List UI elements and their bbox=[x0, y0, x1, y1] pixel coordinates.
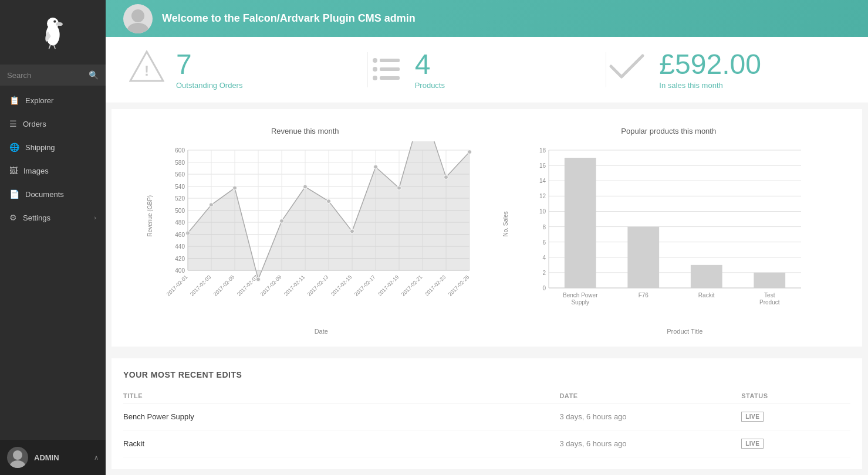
table-row: Bench Power Supply 3 days, 6 hours ago L… bbox=[123, 403, 850, 430]
stat-sales-label: In sales this month bbox=[659, 81, 761, 90]
svg-text:420: 420 bbox=[175, 256, 185, 262]
svg-rect-103 bbox=[627, 227, 659, 288]
svg-text:14: 14 bbox=[539, 178, 546, 184]
svg-text:Supply: Supply bbox=[571, 299, 589, 306]
svg-point-77 bbox=[468, 150, 472, 154]
svg-text:6: 6 bbox=[542, 239, 546, 246]
svg-text:2017-02-13: 2017-02-13 bbox=[306, 274, 330, 297]
admin-bar[interactable]: ADMIN ∧ bbox=[0, 440, 106, 475]
svg-point-5 bbox=[13, 450, 22, 460]
revenue-x-label: Date bbox=[161, 328, 481, 335]
status-badge: LIVE bbox=[741, 412, 764, 422]
sidebar-item-explorer[interactable]: 📋 Explorer bbox=[0, 89, 106, 112]
stat-products: 4 Products bbox=[368, 49, 606, 91]
svg-text:2017-02-23: 2017-02-23 bbox=[424, 274, 447, 297]
shipping-icon: 🌐 bbox=[9, 142, 19, 152]
logo-area bbox=[0, 0, 106, 65]
svg-point-66 bbox=[210, 203, 214, 207]
col-status: STATUS bbox=[741, 389, 850, 403]
svg-text:2017-02-21: 2017-02-21 bbox=[400, 274, 424, 297]
svg-text:560: 560 bbox=[175, 171, 185, 178]
bird-logo bbox=[38, 12, 67, 53]
svg-point-13 bbox=[373, 67, 377, 72]
popular-chart-title: Popular products this month bbox=[493, 127, 845, 135]
recent-edits-section: YOUR MOST RECENT EDITS TITLE DATE STATUS… bbox=[112, 358, 862, 469]
admin-name: ADMIN bbox=[34, 453, 88, 462]
svg-text:Rackit: Rackit bbox=[698, 292, 714, 298]
col-title: TITLE bbox=[123, 389, 559, 403]
stat-sales-info: £592.00 In sales this month bbox=[659, 50, 761, 90]
recent-edits-title: YOUR MOST RECENT EDITS bbox=[123, 370, 850, 379]
svg-text:580: 580 bbox=[175, 160, 185, 166]
stat-products-label: Products bbox=[415, 81, 445, 90]
svg-text:Product: Product bbox=[759, 299, 780, 306]
sidebar-item-settings-label: Settings bbox=[23, 213, 50, 222]
svg-point-72 bbox=[350, 229, 354, 233]
svg-text:!: ! bbox=[144, 63, 149, 79]
svg-point-69 bbox=[280, 219, 284, 223]
sidebar-item-settings[interactable]: ⚙ Settings › bbox=[0, 206, 106, 229]
charts-area: Revenue this month Revenue (GBP) 4004204… bbox=[112, 109, 862, 347]
svg-text:2017-02-01: 2017-02-01 bbox=[166, 274, 189, 297]
svg-text:460: 460 bbox=[175, 232, 185, 238]
documents-icon: 📄 bbox=[9, 189, 19, 199]
stat-products-info: 4 Products bbox=[415, 50, 445, 90]
svg-point-2 bbox=[53, 21, 56, 23]
svg-text:F76: F76 bbox=[638, 292, 649, 298]
svg-text:Test: Test bbox=[764, 292, 775, 298]
welcome-text: Welcome to the Falcon/Ardvark Plugin CMS… bbox=[162, 12, 416, 25]
svg-text:2017-02-07: 2017-02-07 bbox=[236, 274, 259, 297]
search-button[interactable]: 🔍 bbox=[89, 70, 99, 80]
svg-text:540: 540 bbox=[175, 184, 185, 190]
svg-line-4 bbox=[54, 45, 56, 49]
main-content: Welcome to the Falcon/Ardvark Plugin CMS… bbox=[106, 0, 868, 475]
stat-sales: £592.00 In sales this month bbox=[606, 49, 845, 91]
search-area: 🔍 bbox=[0, 65, 106, 86]
stat-orders-number: 7 bbox=[176, 50, 242, 79]
avatar bbox=[7, 447, 28, 468]
popular-x-label: Product Title bbox=[525, 328, 845, 335]
svg-text:520: 520 bbox=[175, 195, 185, 202]
svg-point-67 bbox=[233, 186, 237, 190]
col-date: DATE bbox=[559, 389, 741, 403]
sidebar-nav: 📋 Explorer ☰ Orders 🌐 Shipping 🖼 Images … bbox=[0, 89, 106, 229]
svg-point-8 bbox=[127, 23, 148, 33]
svg-text:400: 400 bbox=[175, 267, 185, 274]
svg-point-74 bbox=[397, 186, 401, 190]
svg-text:2017-02-05: 2017-02-05 bbox=[212, 274, 236, 297]
stat-sales-number: £592.00 bbox=[659, 50, 761, 79]
row-date: 3 days, 6 hours ago bbox=[559, 403, 741, 430]
row-status: LIVE bbox=[741, 430, 850, 457]
stat-orders-label: Outstanding Orders bbox=[176, 81, 242, 90]
svg-text:500: 500 bbox=[175, 208, 185, 214]
edits-table-header: TITLE DATE STATUS bbox=[123, 389, 850, 403]
popular-y-label: No. Sales bbox=[502, 211, 509, 236]
svg-text:Bench Power: Bench Power bbox=[563, 292, 598, 298]
svg-text:2017-02-26: 2017-02-26 bbox=[447, 274, 471, 297]
sidebar-item-orders[interactable]: ☰ Orders bbox=[0, 112, 106, 135]
svg-text:2017-02-17: 2017-02-17 bbox=[353, 274, 377, 297]
svg-text:600: 600 bbox=[175, 147, 185, 154]
row-title: Bench Power Supply bbox=[123, 403, 559, 430]
svg-text:2017-02-11: 2017-02-11 bbox=[283, 274, 306, 297]
svg-rect-14 bbox=[380, 67, 400, 71]
sidebar-item-images[interactable]: 🖼 Images bbox=[0, 159, 106, 182]
svg-point-71 bbox=[327, 199, 331, 203]
header-banner: Welcome to the Falcon/Ardvark Plugin CMS… bbox=[106, 0, 868, 37]
row-date: 3 days, 6 hours ago bbox=[559, 430, 741, 457]
status-badge: LIVE bbox=[741, 439, 764, 449]
sidebar-item-shipping[interactable]: 🌐 Shipping bbox=[0, 135, 106, 159]
sidebar: 🔍 📋 Explorer ☰ Orders 🌐 Shipping 🖼 Image… bbox=[0, 0, 106, 475]
svg-text:440: 440 bbox=[175, 243, 185, 250]
check-icon bbox=[606, 49, 647, 91]
svg-text:12: 12 bbox=[539, 193, 546, 199]
admin-expand-arrow: ∧ bbox=[94, 454, 99, 462]
sidebar-item-documents[interactable]: 📄 Documents bbox=[0, 182, 106, 206]
row-title: Rackit bbox=[123, 430, 559, 457]
svg-rect-100 bbox=[564, 158, 596, 288]
svg-point-68 bbox=[256, 277, 261, 281]
svg-point-11 bbox=[373, 58, 377, 63]
explorer-icon: 📋 bbox=[9, 96, 19, 105]
search-input[interactable] bbox=[7, 71, 89, 80]
revenue-chart-title: Revenue this month bbox=[129, 127, 481, 135]
